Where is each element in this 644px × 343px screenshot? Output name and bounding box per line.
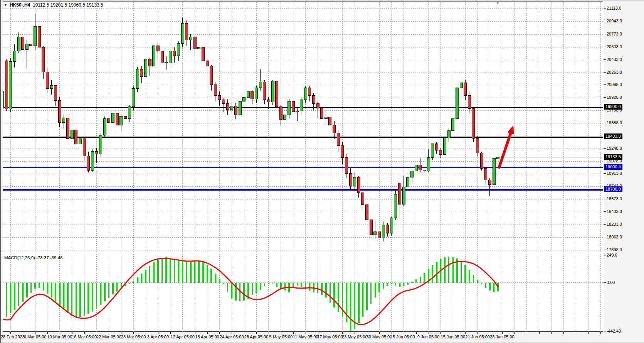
price-badge-black[interactable]: 19403.8 xyxy=(604,133,622,139)
macd-histogram-bar xyxy=(346,283,347,322)
candle-bullish xyxy=(71,130,73,139)
chart-shift-marker-icon[interactable]: ▼ xyxy=(496,1,499,5)
time-tick-mark xyxy=(10,332,11,334)
candle-bullish xyxy=(255,88,258,99)
macd-histogram-bar xyxy=(149,266,151,283)
macd-histogram-bar xyxy=(133,281,134,283)
time-tick-mark xyxy=(429,332,429,334)
price-tick-mark xyxy=(604,21,606,21)
candle-bearish xyxy=(173,51,176,56)
macd-histogram-bar xyxy=(198,261,200,282)
candle-bearish xyxy=(312,95,315,103)
macd-histogram-bar xyxy=(14,283,15,310)
price-badge-blue[interactable]: 18700.0 xyxy=(604,186,622,192)
candle-bearish xyxy=(267,100,270,102)
price-badge-black[interactable]: 19800.0 xyxy=(604,104,622,110)
macd-histogram-bar xyxy=(378,283,380,293)
chevron-down-icon[interactable]: ▼ xyxy=(4,3,7,7)
macd-histogram-bar xyxy=(129,283,130,284)
time-tick-mark xyxy=(465,332,466,334)
candle-bearish xyxy=(251,91,254,99)
time-tick-mark xyxy=(490,332,490,334)
candle-bearish xyxy=(226,103,229,110)
macd-histogram-bar xyxy=(223,283,224,284)
macd-histogram-bar xyxy=(202,262,204,283)
time-tick-mark xyxy=(256,332,257,334)
candle-bullish xyxy=(9,62,12,109)
macd-canvas xyxy=(3,254,603,332)
price-tick-label: 18573.0 xyxy=(607,196,622,201)
macd-histogram-bar xyxy=(87,283,89,314)
candle-bearish xyxy=(54,86,57,101)
macd-histogram-bar xyxy=(464,265,466,283)
candle-bullish xyxy=(128,106,131,118)
macd-histogram-bar xyxy=(71,283,73,316)
price-badge-black[interactable]: 19133.5 xyxy=(604,154,622,160)
time-tick-mark xyxy=(146,332,146,334)
macd-histogram-bar xyxy=(399,283,400,287)
candle-bullish xyxy=(177,44,180,56)
candle-bearish xyxy=(202,47,204,61)
candle-bearish xyxy=(378,232,380,238)
macd-histogram-bar xyxy=(461,261,462,283)
time-tick-mark xyxy=(306,332,306,334)
time-tick-mark xyxy=(600,332,601,334)
price-badge-blue[interactable]: 19000.4 xyxy=(604,164,622,170)
macd-histogram-bar xyxy=(452,257,454,283)
time-tick-mark xyxy=(355,332,355,334)
candle-bearish xyxy=(83,139,86,156)
macd-histogram-bar xyxy=(420,277,421,283)
candle-bearish xyxy=(5,61,8,109)
macd-tick-mark xyxy=(604,255,606,255)
price-tick-mark xyxy=(604,161,606,161)
candle-bullish xyxy=(300,100,303,111)
window-left-border xyxy=(0,0,1,343)
time-axis[interactable]: 28 Feb 20236 Mar 05:0010 Mar 05:0016 Mar… xyxy=(0,332,644,343)
macd-histogram-bar xyxy=(108,283,110,298)
chart-title: ▼HK50-,H4 19112.5 19201.5 19069.5 19133.… xyxy=(4,2,103,8)
chart-window: ▼HK50-,H4 19112.5 19201.5 19069.5 19133.… xyxy=(0,0,644,343)
candle-bullish xyxy=(132,89,135,107)
candle-bullish xyxy=(427,157,430,171)
candle-bullish xyxy=(136,69,139,89)
candle-bearish xyxy=(333,125,336,133)
candle-bullish xyxy=(247,91,249,98)
time-tick-mark xyxy=(269,332,269,334)
macd-histogram-bar xyxy=(432,265,433,283)
candle-bullish xyxy=(103,118,106,135)
macd-histogram-bar xyxy=(22,283,24,302)
macd-histogram-bar xyxy=(67,283,69,313)
candle-bullish xyxy=(25,44,28,50)
candle-bearish xyxy=(435,144,438,150)
up-arrow-head-icon[interactable] xyxy=(507,125,514,135)
macd-histogram-bar xyxy=(55,283,56,302)
macd-histogram-bar xyxy=(178,260,179,283)
macd-histogram-bar xyxy=(383,283,384,289)
macd-histogram-bar xyxy=(301,283,302,287)
price-axis[interactable]: 21113.020943.020773.020603.020433.020263… xyxy=(604,0,644,332)
macd-histogram-bar xyxy=(325,283,327,298)
candle-bullish xyxy=(452,118,454,130)
candle-bullish xyxy=(460,83,462,88)
candlestick-canvas xyxy=(3,2,603,253)
main-candlestick-chart[interactable] xyxy=(3,2,603,253)
candle-bearish xyxy=(472,108,475,139)
macd-histogram-bar xyxy=(100,283,101,305)
macd-histogram-bar xyxy=(194,262,196,283)
candle-bearish xyxy=(87,156,90,171)
window-top-border xyxy=(0,0,644,0)
macd-histogram-bar xyxy=(157,260,159,283)
candle-bullish xyxy=(271,81,274,102)
macd-histogram-bar xyxy=(338,283,339,312)
macd-indicator-panel[interactable] xyxy=(3,254,603,332)
macd-histogram-bar xyxy=(96,283,98,308)
time-tick-mark xyxy=(121,332,121,334)
macd-histogram-bar xyxy=(145,270,146,283)
macd-histogram-bar xyxy=(256,283,257,293)
macd-histogram-bar xyxy=(18,283,20,306)
candle-bearish xyxy=(345,157,348,173)
candle-bullish xyxy=(415,165,417,171)
candle-bearish xyxy=(95,152,98,154)
time-tick-mark xyxy=(404,332,404,334)
candle-bearish xyxy=(480,153,483,169)
